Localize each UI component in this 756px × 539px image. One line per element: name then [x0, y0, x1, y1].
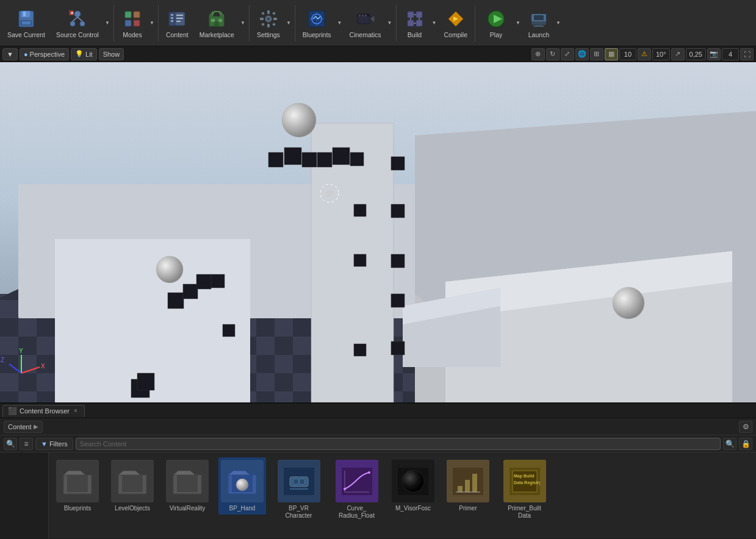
primer-built-data-thumb: Map Build Data Registry: [503, 460, 546, 502]
content-path-button[interactable]: Content ▶: [4, 421, 43, 433]
content-browser-tab-label: Content Browser: [20, 407, 70, 415]
svg-rect-50: [408, 20, 414, 26]
build-button[interactable]: Build: [399, 2, 431, 44]
content-browser-tab[interactable]: ⬛ Content Browser ×: [2, 405, 85, 417]
modes-icon: [121, 8, 143, 30]
asset-curve-radius-float[interactable]: Curve_ Radius_Float: [331, 457, 382, 522]
scale-icon-btn[interactable]: ⤢: [561, 48, 574, 60]
play-button[interactable]: Play: [478, 2, 514, 44]
launch-icon: [528, 8, 550, 30]
svg-text:Y: Y: [19, 348, 23, 354]
settings-arrow[interactable]: ▼: [285, 2, 292, 44]
cinematics-button[interactable]: Cinematics: [345, 2, 386, 44]
svg-text:Z: Z: [1, 357, 4, 363]
asset-bp-hand[interactable]: BP_Hand: [218, 457, 266, 515]
compile-button[interactable]: Compile: [439, 2, 473, 44]
blueprints-icon: [306, 8, 328, 30]
asset-primer[interactable]: Primer: [444, 457, 492, 515]
svg-rect-93: [354, 204, 366, 216]
primer-asset-label: Primer: [459, 505, 477, 512]
marketplace-button[interactable]: Marketplace: [195, 2, 239, 44]
primer-built-data-asset-label: Primer_Built Data: [502, 505, 547, 519]
dropdown-arrow-icon: ▼: [7, 51, 13, 58]
zoom-box: 0,25: [686, 48, 706, 60]
perspective-btn[interactable]: ● Perspective: [20, 48, 69, 60]
list-view-icon-btn[interactable]: ≡: [20, 438, 33, 450]
blueprints-arrow[interactable]: ▼: [336, 2, 344, 44]
modes-arrow[interactable]: ▼: [148, 2, 156, 44]
angle-icon-btn[interactable]: ↗: [671, 48, 685, 60]
source-control-arrow[interactable]: ▼: [104, 2, 111, 44]
svg-rect-82: [268, 152, 283, 167]
translate-icon-btn[interactable]: ⊕: [531, 48, 545, 60]
show-label: Show: [103, 51, 120, 58]
svg-rect-2: [23, 12, 26, 16]
asset-level-objects[interactable]: LevelObjects: [109, 457, 156, 515]
svg-rect-26: [211, 19, 215, 22]
svg-rect-84: [302, 152, 317, 167]
svg-point-81: [613, 287, 644, 319]
cinematics-group: Cinematics ▼: [345, 2, 394, 44]
svg-rect-91: [391, 294, 405, 307]
viewport-toolbar: ▼ ● Perspective 💡 Lit Show ⊕ ↻ ⤢ 🌐 ⊞ ▦ 1…: [0, 46, 756, 62]
cinematics-label: Cinematics: [350, 31, 381, 38]
viewport-dropdown-btn[interactable]: ▼: [2, 48, 18, 60]
svg-point-116: [236, 479, 248, 491]
cinematics-arrow[interactable]: ▼: [386, 2, 394, 44]
rotate-icon-btn[interactable]: ↻: [546, 48, 560, 60]
bp-hand-asset-label: BP_Hand: [229, 505, 256, 512]
asset-primer-built-data[interactable]: Map Build Data Registry Primer_Built Dat…: [499, 457, 550, 522]
viewport-3d[interactable]: X Y Z: [0, 62, 756, 402]
svg-point-120: [299, 479, 305, 485]
lock-icon-btn[interactable]: 🔒: [739, 438, 752, 450]
svg-rect-100: [223, 324, 235, 337]
svg-point-7: [80, 21, 85, 26]
blueprints-button[interactable]: Blueprints: [298, 2, 336, 44]
asset-bp-vr-character[interactable]: BP_VR Character: [273, 457, 324, 522]
svg-point-6: [70, 21, 75, 26]
snap-icon-btn[interactable]: ⊞: [590, 48, 603, 60]
svg-point-5: [74, 11, 81, 17]
warning-icon-btn[interactable]: ⚠: [638, 48, 651, 60]
content-browser-tab-close[interactable]: ×: [72, 407, 79, 415]
svg-rect-85: [317, 152, 332, 167]
build-arrow[interactable]: ▼: [431, 2, 438, 44]
svg-rect-27: [218, 19, 222, 22]
blueprints-label: Blueprints: [303, 31, 331, 38]
svg-rect-12: [125, 12, 131, 18]
settings-button[interactable]: Settings: [252, 2, 285, 44]
search-icon-btn[interactable]: 🔍: [723, 438, 736, 450]
play-arrow[interactable]: ▼: [514, 2, 522, 44]
settings-icon-btn[interactable]: ⚙: [739, 421, 752, 433]
modes-button[interactable]: Modes: [117, 2, 148, 44]
world-local-icon-btn[interactable]: 🌐: [575, 48, 589, 60]
launch-arrow[interactable]: ▼: [555, 2, 562, 44]
grid-snap-icon-btn[interactable]: ▦: [605, 48, 618, 60]
save-current-button[interactable]: Save Current: [2, 2, 50, 44]
camera-icon-btn[interactable]: 📷: [707, 48, 721, 60]
asset-blueprints[interactable]: Blueprints: [54, 457, 101, 515]
search-content-input[interactable]: [76, 438, 721, 450]
show-btn[interactable]: Show: [99, 48, 124, 60]
content-browser-tab-bar: ⬛ Content Browser ×: [0, 404, 756, 418]
svg-rect-94: [354, 254, 366, 266]
svg-rect-96: [168, 293, 184, 309]
search-small-icon-btn[interactable]: 🔍: [4, 438, 17, 450]
lit-btn[interactable]: 💡 Lit: [71, 48, 97, 60]
asset-virtual-reality[interactable]: VirtualReality: [164, 457, 211, 515]
svg-rect-97: [183, 284, 198, 299]
main-toolbar: Save Current ✕ Source Control ▼: [0, 0, 756, 46]
content-button[interactable]: Content: [161, 2, 193, 44]
svg-text:X: X: [41, 363, 45, 369]
fullscreen-icon-btn[interactable]: ⛶: [740, 48, 754, 60]
camera-num-value: 4: [729, 51, 732, 58]
launch-button[interactable]: Launch: [523, 2, 555, 44]
marketplace-arrow[interactable]: ▼: [239, 2, 247, 44]
cinematics-icon: [355, 8, 376, 30]
source-control-button[interactable]: ✕ Source Control: [51, 2, 104, 44]
filters-button[interactable]: ▼ Filters: [35, 438, 73, 450]
content-browser-nav-bar: Content ▶ ⚙: [0, 418, 756, 435]
asset-m-visor-fosc[interactable]: M_VisorFosc: [389, 457, 437, 515]
svg-rect-86: [333, 148, 350, 165]
svg-point-29: [267, 17, 270, 21]
